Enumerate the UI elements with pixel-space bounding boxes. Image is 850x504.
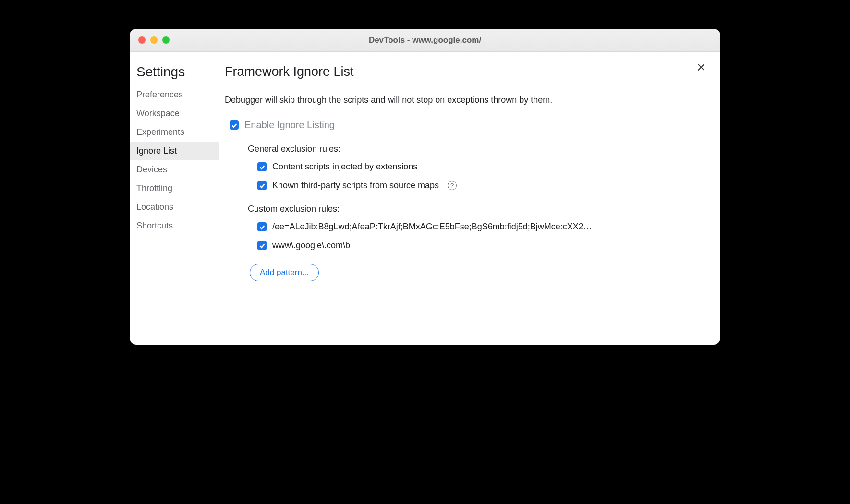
titlebar: DevTools - www.google.com/ [130, 29, 720, 52]
general-rules-heading: General exclusion rules: [248, 144, 706, 154]
content-scripts-checkbox[interactable] [257, 162, 267, 171]
custom-rules-heading: Custom exclusion rules: [248, 204, 706, 214]
general-rule-content-scripts: Content scripts injected by extensions [257, 162, 706, 172]
sidebar-item-throttling[interactable]: Throttling [130, 179, 219, 198]
sidebar-item-preferences[interactable]: Preferences [130, 85, 219, 104]
page-title: Framework Ignore List [225, 64, 706, 86]
check-icon [259, 182, 266, 189]
sidebar-item-devices[interactable]: Devices [130, 160, 219, 179]
enable-ignore-listing-row: Enable Ignore Listing [230, 120, 706, 131]
maximize-window-button[interactable] [162, 36, 170, 44]
sidebar-items: Preferences Workspace Experiments Ignore… [130, 85, 219, 235]
custom-rule-0: /ee=ALeJib:B8gLwd;AfeaP:TkrAjf;BMxAGc:E5… [257, 222, 706, 232]
sidebar-item-shortcuts[interactable]: Shortcuts [130, 216, 219, 235]
sidebar-item-workspace[interactable]: Workspace [130, 104, 219, 123]
custom-rule-0-label[interactable]: /ee=ALeJib:B8gLwd;AfeaP:TkrAjf;BMxAGc:E5… [272, 222, 592, 232]
third-party-checkbox[interactable] [257, 181, 267, 190]
sidebar-item-experiments[interactable]: Experiments [130, 123, 219, 142]
help-icon[interactable]: ? [448, 181, 457, 190]
sidebar-item-ignore-list[interactable]: Ignore List [130, 142, 219, 160]
close-icon [696, 62, 706, 72]
content-scripts-label: Content scripts injected by extensions [272, 162, 417, 172]
check-icon [231, 122, 238, 129]
minimize-window-button[interactable] [150, 36, 158, 44]
custom-rule-1: www\.google\.com\b [257, 240, 706, 251]
sidebar-title: Settings [130, 64, 219, 85]
content-area: Settings Preferences Workspace Experimen… [130, 52, 720, 345]
settings-sidebar: Settings Preferences Workspace Experimen… [130, 52, 219, 345]
close-settings-button[interactable] [694, 60, 708, 74]
close-window-button[interactable] [138, 36, 146, 44]
page-description: Debugger will skip through the scripts a… [225, 95, 706, 105]
enable-ignore-listing-checkbox[interactable] [230, 120, 239, 130]
enable-ignore-listing-label: Enable Ignore Listing [244, 120, 335, 131]
window-controls [130, 36, 170, 44]
sidebar-item-locations[interactable]: Locations [130, 198, 219, 216]
custom-rule-0-checkbox[interactable] [257, 222, 267, 231]
third-party-label: Known third-party scripts from source ma… [272, 180, 439, 191]
custom-rule-1-checkbox[interactable] [257, 241, 267, 250]
window-title: DevTools - www.google.com/ [130, 36, 720, 45]
check-icon [259, 224, 266, 230]
check-icon [259, 164, 266, 170]
check-icon [259, 242, 266, 249]
devtools-settings-window: DevTools - www.google.com/ Settings Pref… [130, 29, 720, 345]
general-rule-third-party: Known third-party scripts from source ma… [257, 180, 706, 191]
add-pattern-button[interactable]: Add pattern... [250, 264, 319, 281]
main-panel: Framework Ignore List Debugger will skip… [219, 52, 720, 345]
custom-rule-1-label[interactable]: www\.google\.com\b [272, 240, 350, 251]
